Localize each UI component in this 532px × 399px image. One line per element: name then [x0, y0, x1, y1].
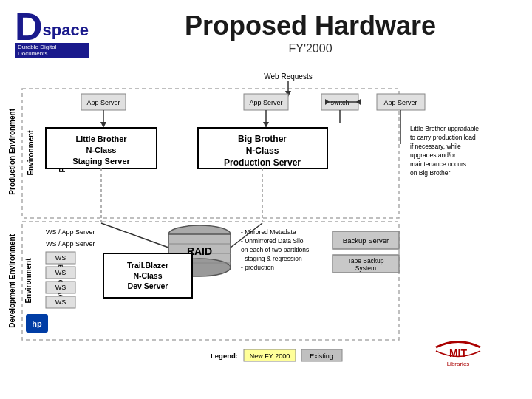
header: Dspace Durable Digital Documents Propose… [0, 0, 532, 61]
main-title: Proposed Hardware [103, 11, 517, 41]
svg-text:switch: switch [330, 99, 349, 106]
svg-text:Production Server: Production Server [224, 157, 301, 168]
svg-text:hp: hp [32, 319, 42, 328]
svg-text:Tape Backup: Tape Backup [347, 257, 383, 265]
svg-text:Existing: Existing [310, 352, 333, 360]
svg-marker-23 [263, 122, 269, 128]
svg-text:WS / App Server: WS / App Server [46, 228, 95, 236]
svg-text:if necessary, while: if necessary, while [410, 143, 461, 150]
svg-text:WS: WS [55, 269, 66, 276]
svg-text:Legend:: Legend: [211, 352, 238, 360]
development-env-label: Development Environment [4, 222, 21, 340]
svg-text:App Server: App Server [383, 99, 417, 106]
svg-text:upgrades and/or: upgrades and/or [410, 151, 456, 159]
svg-text:Environment: Environment [24, 258, 33, 304]
svg-text:Staging Server: Staging Server [72, 157, 130, 166]
svg-text:to carry production load: to carry production load [410, 134, 476, 141]
sub-title: FY'2000 [103, 42, 517, 55]
logo-area: Dspace Durable Digital Documents [15, 7, 103, 58]
svg-text:Backup Server: Backup Server [343, 236, 389, 245]
svg-text:- staging & regression: - staging & regression [241, 255, 302, 262]
svg-line-60 [101, 223, 168, 248]
production-env-label: Production Environment [4, 89, 21, 214]
svg-text:App Server: App Server [86, 99, 120, 106]
svg-marker-17 [100, 122, 106, 128]
svg-text:Little Brother upgradable: Little Brother upgradable [410, 125, 479, 132]
svg-text:WS: WS [55, 254, 66, 262]
logo-subtitle: Durable Digital Documents [15, 43, 89, 58]
svg-text:Trail.Blazer: Trail.Blazer [127, 261, 168, 270]
svg-text:- Mirrored Metadata: - Mirrored Metadata [241, 228, 296, 236]
svg-text:Environment: Environment [27, 130, 35, 176]
svg-text:maintenance occurs: maintenance occurs [410, 160, 466, 168]
svg-text:Little Brother: Little Brother [75, 134, 127, 143]
svg-text:N-Class: N-Class [246, 146, 279, 156]
svg-text:Libraries: Libraries [447, 361, 470, 367]
logo-space: space [43, 21, 89, 40]
diagram-svg: Production Environment Development Envir… [0, 70, 532, 388]
svg-text:New FY 2000: New FY 2000 [250, 352, 290, 360]
svg-text:WS: WS [55, 284, 66, 291]
svg-text:WS / App Server: WS / App Server [46, 240, 95, 248]
svg-text:System: System [355, 265, 376, 272]
svg-text:- production: - production [241, 264, 274, 271]
svg-text:MIT: MIT [449, 347, 468, 359]
svg-text:N-Class: N-Class [86, 146, 117, 154]
web-requests-label: Web Requests [264, 72, 312, 81]
svg-text:Dev Server: Dev Server [128, 282, 168, 290]
svg-text:- Unmirrored Data Silo: - Unmirrored Data Silo [241, 237, 304, 245]
svg-text:WS: WS [55, 299, 66, 306]
title-area: Proposed Hardware FY'2000 [103, 7, 517, 55]
svg-text:on each of two partitions:: on each of two partitions: [241, 246, 311, 253]
svg-text:N-Class: N-Class [133, 271, 162, 280]
svg-text:Big Brother: Big Brother [238, 134, 287, 144]
logo-d: D [15, 7, 43, 46]
svg-text:App Server: App Server [249, 99, 282, 106]
svg-text:on Big Brother: on Big Brother [410, 169, 451, 177]
